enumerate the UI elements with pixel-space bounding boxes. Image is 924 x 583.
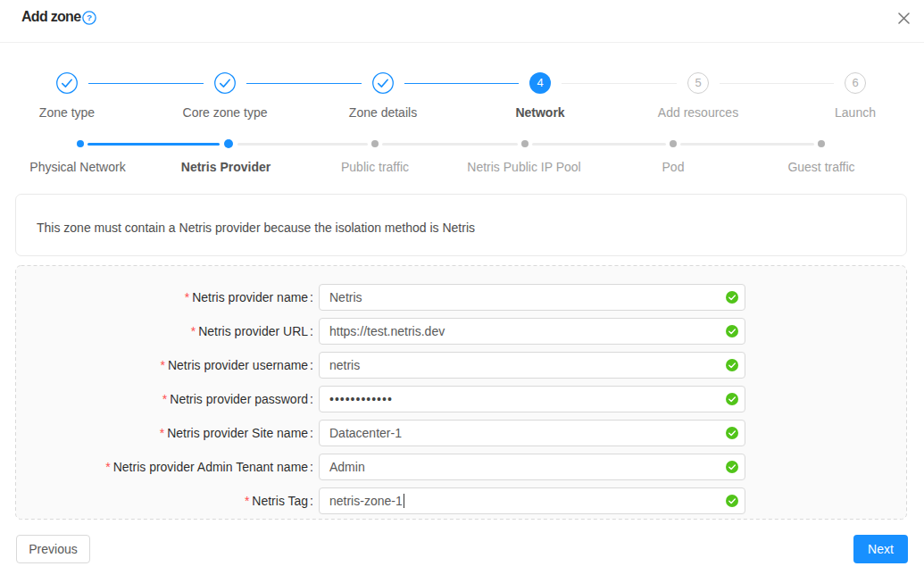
svg-text:?: ? <box>87 12 92 22</box>
